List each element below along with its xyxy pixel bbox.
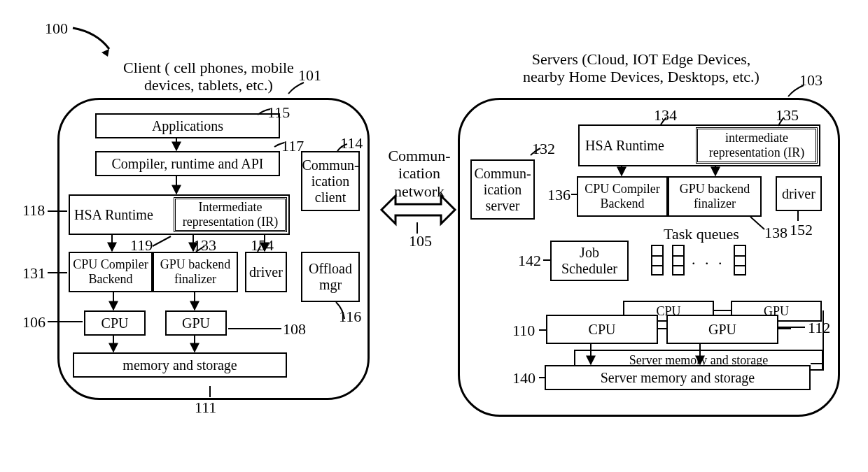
server-gpu-finalizer-ref: 138 (764, 224, 788, 242)
figure-ref: 100 (45, 20, 68, 38)
client-ref: 101 (298, 66, 321, 85)
client-cpu-box: CPU (84, 310, 146, 336)
client-driver-box: driver (245, 252, 287, 292)
comm-client-ref: 114 (340, 134, 363, 152)
server-ir-box: intermediaterepresentation (IR) (696, 127, 818, 164)
compiler-api-box: Compiler, runtime and API (95, 151, 280, 176)
task-queues-label: Task queues (664, 225, 739, 243)
client-cpu-ref: 106 (22, 313, 46, 331)
network-ref: 105 (409, 232, 432, 250)
server-cpu-backend-box: CPU CompilerBackend (577, 176, 668, 217)
client-cpu-backend-box: CPU CompilerBackend (69, 252, 153, 292)
network-label: Commun-icationnetwork (381, 147, 458, 200)
client-gpu-finalizer-ref: 133 (193, 236, 216, 255)
client-gpu-box: GPU (165, 310, 227, 336)
task-queue-2 (672, 245, 685, 276)
client-ir-box: Intermediaterepresentation (IR) (174, 197, 287, 232)
client-memory-box: memory and storage (73, 352, 287, 378)
job-scheduler-box: JobScheduler (550, 241, 629, 281)
server-cpu-backend-ref: 136 (547, 186, 570, 204)
server-memory-box: Server memory and storage (545, 365, 811, 390)
server-ref: 103 (799, 71, 822, 90)
server-memory-ref: 140 (512, 369, 536, 387)
client-gpu-ref: 108 (283, 320, 306, 338)
job-scheduler-ref: 142 (518, 252, 541, 270)
task-queue-1 (651, 245, 664, 276)
offload-mgr-ref: 116 (339, 308, 361, 326)
comm-server-ref: 132 (532, 140, 555, 158)
task-queue-n (734, 245, 746, 276)
comm-server-box: Commun-icationserver (470, 159, 535, 220)
client-driver-ref: 154 (251, 236, 274, 255)
server-driver-ref: 152 (790, 221, 813, 239)
server-driver-box: driver (776, 176, 822, 211)
comm-client-box: Commun-icationclient (301, 151, 360, 211)
applications-ref: 115 (267, 103, 290, 122)
client-title: Client ( cell phones, mobiledevices, tab… (118, 59, 300, 94)
server-hsa-runtime-label: HSA Runtime (585, 138, 664, 154)
server-cpu-ref: 110 (512, 322, 535, 340)
client-cpu-backend-ref: 131 (22, 264, 46, 283)
server-cpu-box: CPU (546, 315, 658, 344)
server-ir-ref: 135 (776, 106, 799, 124)
server-gpu-box: GPU (666, 315, 778, 344)
offload-mgr-box: Offloadmgr (301, 252, 360, 302)
server-gpu-finalizer-box: GPU backendfinalizer (668, 176, 762, 217)
server-gpu-ref: 112 (808, 319, 830, 337)
task-queue-ellipsis: . . . (692, 250, 725, 269)
applications-box: Applications (95, 113, 280, 138)
server-title: Servers (Cloud, IOT Edge Devices,nearby … (501, 50, 781, 86)
client-memory-ref: 111 (195, 399, 216, 417)
client-gpu-finalizer-box: GPU backendfinalizer (153, 252, 238, 292)
client-hsa-runtime-label: HSA Runtime (74, 207, 153, 223)
client-hsa-ref: 118 (22, 201, 45, 220)
server-hsa-ref: 134 (654, 106, 677, 124)
